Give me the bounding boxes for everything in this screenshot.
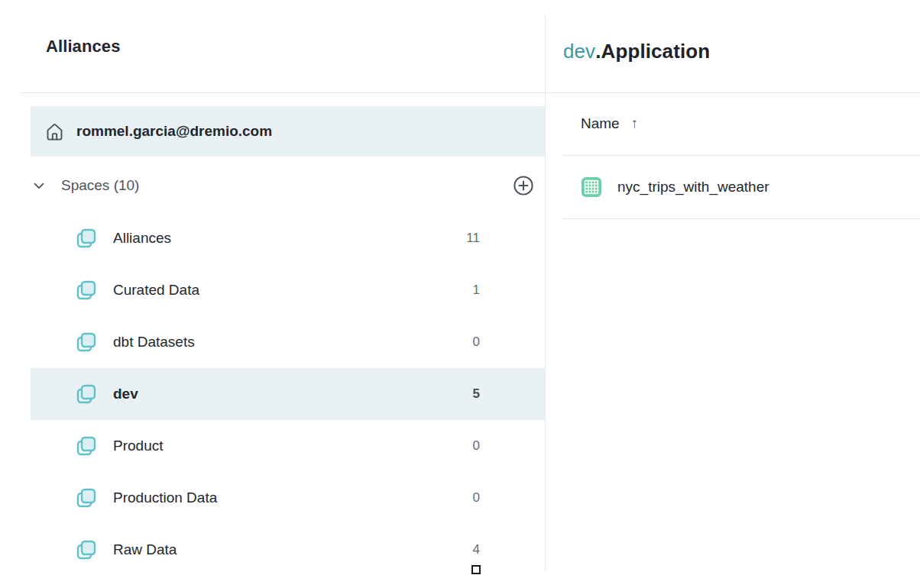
breadcrumb-space-link[interactable]: dev: [563, 40, 595, 63]
sidebar-space-item-curated-data[interactable]: Curated Data 1: [31, 264, 545, 316]
space-item-label: Product: [113, 438, 462, 454]
page-title: Alliances: [46, 37, 121, 57]
space-icon: [74, 382, 99, 406]
home-item-label: rommel.garcia@dremio.com: [76, 123, 272, 140]
sidebar-header-divider: [21, 92, 545, 93]
add-space-button[interactable]: [511, 173, 536, 198]
dataset-row[interactable]: nyc_trips_with_weather: [546, 156, 920, 218]
breadcrumb: dev.Application: [563, 40, 710, 63]
space-item-label: dbt Datasets: [113, 334, 462, 351]
sidebar-space-item-product[interactable]: Product 0: [31, 420, 545, 472]
space-icon: [74, 278, 99, 302]
sidebar-space-item-raw-data[interactable]: Raw Data 4: [31, 524, 545, 576]
space-item-label: dev: [113, 386, 462, 402]
dataset-list: nyc_trips_with_weather: [546, 156, 920, 218]
space-item-label: Alliances: [113, 230, 462, 247]
catalog-main-panel: dev.Application Name ↑ nyc_trips_with_we…: [546, 0, 920, 588]
space-item-label: Curated Data: [113, 282, 462, 299]
sidebar-space-item-alliances[interactable]: Alliances 11: [31, 212, 545, 264]
space-icon: [74, 434, 99, 458]
space-item-count: 0: [462, 334, 480, 350]
chevron-down-icon[interactable]: [31, 177, 47, 194]
home-icon: [44, 121, 65, 142]
dataset-name: nyc_trips_with_weather: [617, 179, 769, 195]
space-icon: [74, 486, 99, 510]
space-item-label: Raw Data: [113, 541, 462, 558]
home-space-item[interactable]: rommel.garcia@dremio.com: [31, 106, 545, 157]
space-icon: [74, 538, 99, 562]
space-icon: [74, 330, 99, 354]
space-item-count: 0: [462, 490, 480, 506]
spaces-list: Alliances 11 Curated Data 1 dbt Datasets…: [0, 212, 545, 576]
space-item-count: 4: [462, 542, 480, 557]
spaces-section-label: Spaces (10): [61, 177, 139, 194]
spaces-sidebar: Alliances rommel.garcia@dremio.com Space…: [0, 0, 545, 588]
name-column-header[interactable]: Name ↑: [581, 107, 638, 141]
space-item-count: 0: [462, 438, 480, 454]
main-header-divider: [546, 92, 920, 93]
breadcrumb-separator: .: [595, 40, 601, 63]
stray-glyph-box: [471, 565, 481, 574]
space-item-label: Production Data: [113, 489, 462, 506]
space-icon: [74, 226, 99, 250]
space-item-count: 5: [462, 386, 480, 402]
sidebar-space-item-dbt-datasets[interactable]: dbt Datasets 0: [31, 316, 545, 368]
space-item-count: 1: [462, 283, 480, 298]
sort-ascending-icon: ↑: [631, 115, 639, 132]
spaces-section-header[interactable]: Spaces (10): [21, 165, 545, 206]
sidebar-space-item-dev[interactable]: dev 5: [31, 368, 545, 420]
name-column-label: Name: [581, 115, 620, 132]
sidebar-space-item-production-data[interactable]: Production Data 0: [31, 472, 545, 524]
dremio-catalog-app: Alliances rommel.garcia@dremio.com Space…: [0, 0, 920, 588]
row-divider: [563, 218, 920, 219]
breadcrumb-current-folder: Application: [601, 40, 711, 63]
space-item-count: 11: [462, 231, 480, 246]
plus-circle-icon: [512, 174, 535, 197]
dataset-table-icon: [579, 175, 604, 199]
